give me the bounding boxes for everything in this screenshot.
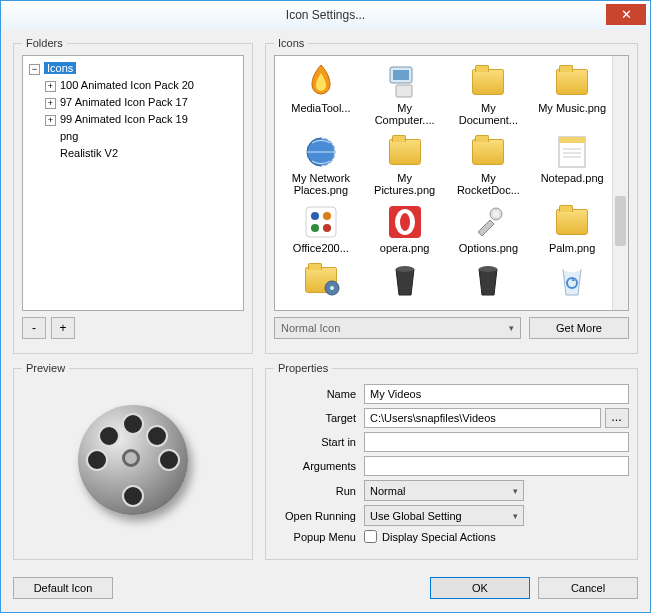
- scrollbar[interactable]: [612, 56, 628, 310]
- svg-point-21: [396, 266, 414, 272]
- icon-image: [552, 132, 592, 172]
- icon-item[interactable]: [532, 260, 612, 304]
- collapse-icon[interactable]: −: [29, 64, 40, 75]
- tree-root-label[interactable]: Icons: [44, 62, 76, 74]
- run-select[interactable]: Normal ▾: [364, 480, 524, 501]
- folders-legend: Folders: [22, 37, 67, 49]
- icon-item[interactable]: MediaTool...: [281, 62, 361, 130]
- icon-item[interactable]: My Music.png: [532, 62, 612, 130]
- icon-item[interactable]: opera.png: [365, 202, 445, 258]
- tree-item[interactable]: Realistik V2: [45, 145, 239, 162]
- icon-item[interactable]: My Document...: [449, 62, 529, 130]
- icon-item[interactable]: [281, 260, 361, 304]
- titlebar: Icon Settings... ✕: [1, 1, 650, 29]
- icon-item[interactable]: Palm.png: [532, 202, 612, 258]
- svg-point-22: [479, 266, 497, 272]
- icon-image: [552, 202, 592, 242]
- tree-root[interactable]: −Icons +100 Animated Icon Pack 20+97 Ani…: [29, 60, 239, 162]
- get-more-button[interactable]: Get More: [529, 317, 629, 339]
- icon-image: [468, 62, 508, 102]
- tree-item-label: 100 Animated Icon Pack 20: [60, 79, 194, 91]
- target-input[interactable]: [364, 408, 601, 428]
- openrunning-label: Open Running: [274, 510, 364, 522]
- icon-label: My Network Places.png: [285, 172, 357, 196]
- name-label: Name: [274, 388, 364, 400]
- preview-panel: Preview: [13, 362, 253, 560]
- icon-item[interactable]: My Computer....: [365, 62, 445, 130]
- icon-image: [468, 202, 508, 242]
- icon-size-value: Normal Icon: [281, 322, 340, 334]
- tree-item-label: png: [60, 130, 78, 142]
- svg-point-16: [400, 213, 410, 231]
- svg-point-13: [323, 224, 331, 232]
- icon-label: Options.png: [459, 242, 518, 254]
- icon-grid-container: MediaTool...My Computer....My Document..…: [274, 55, 629, 311]
- svg-point-10: [311, 212, 319, 220]
- chevron-down-icon: ▾: [513, 486, 518, 496]
- openrunning-select[interactable]: Use Global Setting ▾: [364, 505, 524, 526]
- folder-tree[interactable]: −Icons +100 Animated Icon Pack 20+97 Ani…: [22, 55, 244, 311]
- icon-size-combo[interactable]: Normal Icon ▾: [274, 317, 521, 339]
- name-input[interactable]: [364, 384, 629, 404]
- svg-point-20: [330, 286, 334, 290]
- icon-image: [301, 62, 341, 102]
- icon-grid[interactable]: MediaTool...My Computer....My Document..…: [275, 56, 628, 310]
- chevron-down-icon: ▾: [509, 323, 514, 333]
- startin-input[interactable]: [364, 432, 629, 452]
- close-button[interactable]: ✕: [606, 4, 646, 25]
- icon-label: My Music.png: [538, 102, 606, 114]
- icon-label: My Pictures.png: [369, 172, 441, 196]
- ok-button[interactable]: OK: [430, 577, 530, 599]
- icons-toolbar: Normal Icon ▾ Get More: [274, 317, 629, 339]
- icon-label: My RocketDoc...: [452, 172, 524, 196]
- expand-icon[interactable]: +: [45, 98, 56, 109]
- expand-icon[interactable]: +: [45, 81, 56, 92]
- icon-item[interactable]: My Pictures.png: [365, 132, 445, 200]
- default-icon-button[interactable]: Default Icon: [13, 577, 113, 599]
- icon-item[interactable]: My RocketDoc...: [449, 132, 529, 200]
- film-reel-icon: [78, 405, 188, 515]
- bottom-bar: Default Icon OK Cancel: [13, 574, 638, 602]
- icon-item[interactable]: Office200...: [281, 202, 361, 258]
- icon-image: [468, 260, 508, 300]
- properties-panel: Properties Name Target ... Start in Argu…: [265, 362, 638, 560]
- folder-buttons: - +: [22, 317, 244, 339]
- icon-item[interactable]: My Network Places.png: [281, 132, 361, 200]
- startin-label: Start in: [274, 436, 364, 448]
- icon-item[interactable]: Options.png: [449, 202, 529, 258]
- icon-label: MediaTool...: [291, 102, 350, 114]
- tree-item-label: 99 Animated Icon Pack 19: [60, 113, 188, 125]
- icon-label: My Computer....: [369, 102, 441, 126]
- svg-rect-5: [559, 137, 585, 143]
- add-folder-button[interactable]: +: [51, 317, 75, 339]
- tree-item[interactable]: +97 Animated Icon Pack 17: [45, 94, 239, 111]
- icon-item[interactable]: [365, 260, 445, 304]
- tree-item-label: Realistik V2: [60, 147, 118, 159]
- tree-item[interactable]: +100 Animated Icon Pack 20: [45, 77, 239, 94]
- window-title: Icon Settings...: [286, 8, 365, 22]
- tree-item[interactable]: +99 Animated Icon Pack 19: [45, 111, 239, 128]
- close-icon: ✕: [621, 7, 632, 22]
- expand-icon[interactable]: +: [45, 115, 56, 126]
- arguments-input[interactable]: [364, 456, 629, 476]
- window: Icon Settings... ✕ Folders −Icons +100 A…: [0, 0, 651, 613]
- svg-rect-2: [396, 85, 412, 97]
- icon-item[interactable]: Notepad.png: [532, 132, 612, 200]
- icon-label: Office200...: [293, 242, 349, 254]
- icon-image: [552, 260, 592, 300]
- remove-folder-button[interactable]: -: [22, 317, 46, 339]
- scroll-thumb[interactable]: [615, 196, 626, 246]
- popup-label: Popup Menu: [274, 531, 364, 543]
- preview-legend: Preview: [22, 362, 69, 374]
- cancel-button[interactable]: Cancel: [538, 577, 638, 599]
- tree-item[interactable]: png: [45, 128, 239, 145]
- browse-button[interactable]: ...: [605, 408, 629, 428]
- folders-panel: Folders −Icons +100 Animated Icon Pack 2…: [13, 37, 253, 354]
- popup-checkbox[interactable]: [364, 530, 377, 543]
- popup-checkbox-row[interactable]: Display Special Actions: [364, 530, 496, 543]
- svg-point-12: [311, 224, 319, 232]
- icon-item[interactable]: [449, 260, 529, 304]
- svg-point-11: [323, 212, 331, 220]
- run-label: Run: [274, 485, 364, 497]
- icon-image: [385, 132, 425, 172]
